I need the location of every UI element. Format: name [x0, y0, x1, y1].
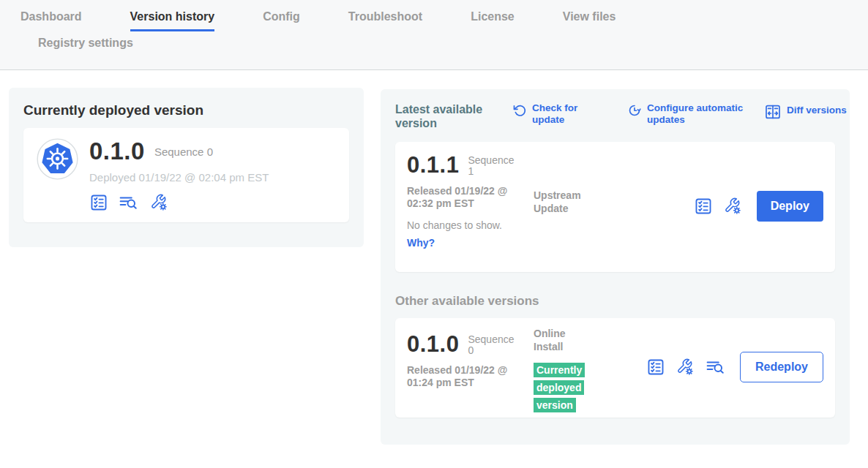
currently-deployed-title: Currently deployed version: [23, 102, 349, 118]
latest-version-card: 0.1.1 Sequence 1 Released 01/19/22 @ 02:…: [395, 142, 835, 272]
latest-version-number: 0.1.1: [407, 152, 459, 178]
redeploy-button[interactable]: Redeploy: [740, 352, 823, 382]
schedule-update-icon: [627, 103, 642, 118]
tab-registry-settings[interactable]: Registry settings: [38, 37, 133, 58]
configure-automatic-updates-link[interactable]: Configure automatic updates: [627, 102, 764, 126]
kubernetes-logo-icon: [37, 138, 78, 180]
check-for-update-link[interactable]: Check for update: [512, 102, 589, 126]
diff-versions-link[interactable]: Diff versions: [764, 102, 847, 121]
check-for-update-label: Check for update: [532, 102, 589, 126]
deployed-version-card: 0.1.0 Sequence 0 Deployed 01/19/22 @ 02:…: [23, 128, 349, 222]
currently-deployed-panel: Currently deployed version 0.1.0 Sequenc…: [9, 88, 364, 247]
preflight-checks-icon[interactable]: [694, 197, 713, 216]
latest-available-header: Latest available version Check for updat…: [395, 102, 835, 130]
diff-versions-icon: [764, 103, 782, 121]
other-source-label: Online Install: [534, 327, 592, 353]
other-version-number: 0.1.0: [407, 331, 459, 358]
edit-config-icon[interactable]: [149, 193, 168, 212]
deployed-timestamp: Deployed 01/19/22 @ 02:04 pm EST: [89, 171, 269, 184]
tab-troubleshoot[interactable]: Troubleshoot: [348, 10, 422, 31]
deployed-sequence-label: Sequence 0: [154, 138, 213, 158]
tab-config[interactable]: Config: [263, 10, 300, 31]
nav-row-2: Registry settings: [0, 31, 868, 58]
edit-config-icon[interactable]: [723, 197, 742, 216]
why-link[interactable]: Why?: [407, 237, 435, 249]
tab-version-history[interactable]: Version history: [130, 10, 215, 31]
deployed-version-number: 0.1.0: [89, 138, 145, 165]
check-update-icon: [512, 103, 527, 118]
other-released-timestamp: Released 01/19/22 @ 01:24 pm EST: [407, 364, 533, 389]
other-available-versions-title: Other available versions: [395, 294, 835, 309]
tab-dashboard[interactable]: Dashboard: [20, 10, 82, 31]
edit-config-icon[interactable]: [676, 358, 695, 377]
preflight-checks-icon[interactable]: [89, 193, 108, 212]
currently-deployed-badge: Currently deployed version: [534, 363, 585, 412]
release-notes-icon[interactable]: [705, 358, 727, 377]
diff-versions-label: Diff versions: [787, 102, 847, 116]
latest-available-title: Latest available version: [395, 102, 498, 130]
latest-sequence-label: Sequence 1: [468, 152, 520, 177]
nav-row-1: Dashboard Version history Config Trouble…: [0, 0, 868, 31]
other-sequence-label: Sequence 0: [468, 331, 520, 356]
latest-released-timestamp: Released 01/19/22 @ 02:32 pm EST: [407, 185, 533, 210]
top-nav: Dashboard Version history Config Trouble…: [0, 0, 868, 70]
release-notes-icon[interactable]: [118, 193, 140, 212]
tab-license[interactable]: License: [471, 10, 515, 31]
latest-available-panel: Latest available version Check for updat…: [381, 89, 850, 445]
deploy-button[interactable]: Deploy: [757, 191, 823, 222]
other-version-card: 0.1.0 Sequence 0 Released 01/19/22 @ 01:…: [395, 318, 835, 418]
configure-automatic-updates-label: Configure automatic updates: [647, 102, 764, 126]
preflight-checks-icon[interactable]: [646, 358, 665, 377]
latest-source-label: Upstream Update: [534, 189, 592, 215]
tab-view-files[interactable]: View files: [563, 10, 616, 31]
